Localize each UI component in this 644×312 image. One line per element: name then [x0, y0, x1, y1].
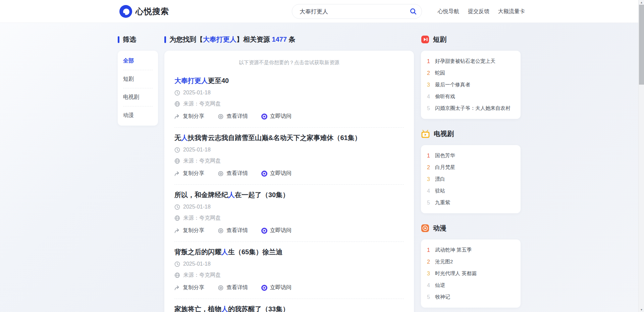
scrollbar-thumb[interactable] [639, 5, 644, 85]
title-accent-bar [118, 36, 119, 43]
keyword-highlight: 人 [221, 305, 228, 312]
scrollbar-down-arrow[interactable]: ▼ [639, 307, 644, 312]
ranking-item-label: 驻站 [435, 188, 445, 194]
ranking-item-label: 武动乾坤 第五季 [435, 247, 472, 253]
ranking-item[interactable]: 4驻站 [427, 185, 515, 197]
result-title[interactable]: 家族将亡，植物人的我苏醒了（33集） [174, 305, 404, 312]
copy-share-button[interactable]: 复制分享 [174, 227, 204, 234]
eye-icon [218, 114, 224, 119]
view-detail-button[interactable]: 查看详情 [218, 284, 248, 291]
title-text: 的我苏醒了（33集） [228, 305, 289, 312]
nav-link-feedback[interactable]: 提交反馈 [468, 8, 489, 15]
ranking-item-label: 好孕甜妻被钻石老公宠上天 [435, 58, 495, 64]
search-button[interactable] [410, 8, 417, 15]
ranking-item-label: 闪婚京圈太子爷：夫人她来自农村 [435, 105, 511, 112]
clock-icon [174, 147, 180, 153]
logo-text: 心悦搜索 [136, 6, 169, 17]
ranking-item[interactable]: 1好孕甜妻被钻石老公宠上天 [427, 55, 515, 67]
share-icon [174, 228, 180, 233]
ranking-item[interactable]: 5闪婚京圈太子爷：夫人她来自农村 [427, 102, 515, 114]
filter-item-all[interactable]: 全部 [123, 52, 153, 70]
rank-number: 1 [427, 153, 432, 159]
view-detail-button[interactable]: 查看详情 [218, 113, 248, 120]
copy-share-label: 复制分享 [183, 284, 204, 291]
scrollbar-up-arrow[interactable]: ▲ [639, 0, 644, 5]
ranking-item[interactable]: 2白月梵星 [427, 162, 515, 173]
ranking-item[interactable]: 2蛇园 [427, 67, 515, 79]
rank-number: 1 [427, 247, 432, 253]
rank-number: 2 [427, 259, 432, 265]
ranking-panel-header: 动漫 [421, 224, 521, 233]
result-title[interactable]: 所以，和金牌经纪人在一起了（30集） [174, 190, 404, 199]
ranking-item[interactable]: 3时光代理人 英都篇 [427, 268, 515, 279]
result-list: 大奉打更人更至40 2025-01-18 来源：夸克网盘 [174, 71, 404, 312]
visit-now-button[interactable]: 立即访问 [261, 113, 291, 120]
scrollbar: ▲ ▼ [638, 0, 644, 312]
nav-link-data-card[interactable]: 大额流量卡 [498, 8, 525, 15]
ranking-item[interactable]: 3最后一个修真者 [427, 79, 515, 91]
filter-item-anime[interactable]: 动漫 [123, 106, 153, 124]
visit-now-button[interactable]: 立即访问 [261, 284, 291, 291]
title-text: 更至40 [208, 77, 229, 84]
view-detail-button[interactable]: 查看详情 [218, 227, 248, 234]
result-date-row: 2025-01-18 [174, 204, 404, 210]
ranking-column: 短剧 1好孕甜妻被钻石老公宠上天2蛇园3最后一个修真者4偷听有戏5闪婚京圈太子爷… [421, 35, 521, 308]
share-icon [174, 114, 180, 119]
ranking-panel: 短剧 1好孕甜妻被钻石老公宠上天2蛇园3最后一个修真者4偷听有戏5闪婚京圈太子爷… [421, 35, 521, 119]
search-input[interactable] [300, 8, 410, 15]
ranking-card: 1国色芳华2白月梵星3漂白4驻站5九重紫 [421, 145, 521, 213]
ranking-card: 1武动乾坤 第五季2沧元图23时光代理人 英都篇4仙逆5牧神记 [421, 239, 521, 308]
ranking-item[interactable]: 1国色芳华 [427, 150, 515, 162]
logo[interactable]: 心悦搜索 [119, 5, 169, 18]
result-item: 无人扶我青云志我自踏雪至山巅&名动天下之家事难休（61集） 2025-01-18… [174, 127, 404, 184]
visit-now-button[interactable]: 立即访问 [261, 227, 291, 234]
result-date-row: 2025-01-18 [174, 147, 404, 153]
title-accent-bar [164, 36, 166, 43]
refresh-resources-link[interactable]: 以下资源不是你想要的？点击尝试获取新资源 [174, 59, 404, 66]
ranking-panel-title: 电视剧 [434, 129, 454, 138]
result-title[interactable]: 无人扶我青云志我自踏雪至山巅&名动天下之家事难休（61集） [174, 133, 404, 142]
ranking-item-label: 最后一个修真者 [435, 82, 470, 88]
globe-icon [174, 101, 180, 107]
ranking-item-label: 蛇园 [435, 70, 445, 76]
result-title[interactable]: 背叛之后的闪耀人生（65集）徐兰迪 [174, 248, 404, 256]
keyword-highlight: 人 [221, 248, 228, 256]
result-date: 2025-01-18 [183, 147, 211, 153]
share-icon [174, 171, 180, 176]
clock-icon [174, 204, 180, 210]
copy-share-button[interactable]: 复制分享 [174, 113, 204, 120]
filter-title: 筛选 [118, 35, 158, 44]
visit-icon [261, 228, 267, 234]
ranking-panel: 电视剧 1国色芳华2白月梵星3漂白4驻站5九重紫 [421, 129, 521, 213]
copy-share-label: 复制分享 [183, 170, 204, 177]
ranking-item[interactable]: 2沧元图2 [427, 256, 515, 268]
ranking-item[interactable]: 4仙逆 [427, 279, 515, 291]
nav-link-daohang[interactable]: 心悦导航 [438, 8, 459, 15]
copy-share-button[interactable]: 复制分享 [174, 170, 204, 177]
visit-now-label: 立即访问 [270, 113, 291, 120]
copy-share-button[interactable]: 复制分享 [174, 284, 204, 291]
result-date: 2025-01-18 [183, 204, 211, 210]
result-title[interactable]: 大奉打更人更至40 [174, 76, 404, 85]
view-detail-button[interactable]: 查看详情 [218, 170, 248, 177]
visit-icon [261, 114, 267, 120]
filter-item-tv-drama[interactable]: 电视剧 [123, 88, 153, 106]
view-detail-label: 查看详情 [226, 170, 248, 177]
globe-icon [174, 272, 180, 278]
visit-now-button[interactable]: 立即访问 [261, 170, 291, 177]
result-source: 来源：夸克网盘 [183, 158, 221, 165]
results-count: 1477 [272, 36, 287, 43]
ranking-item[interactable]: 4偷听有戏 [427, 91, 515, 102]
results-card: 以下资源不是你想要的？点击尝试获取新资源 大奉打更人更至40 2025-01-1… [164, 51, 414, 312]
result-source-row: 来源：夸克网盘 [174, 158, 404, 165]
result-source: 来源：夸克网盘 [183, 272, 221, 279]
copy-share-label: 复制分享 [183, 227, 204, 234]
results-section: 为您找到【大奉打更人】相关资源 1477 条 以下资源不是你想要的？点击尝试获取… [164, 35, 414, 312]
ranking-item[interactable]: 5九重紫 [427, 197, 515, 209]
ranking-item-label: 偷听有戏 [435, 93, 455, 100]
ranking-item[interactable]: 5牧神记 [427, 291, 515, 303]
ranking-item[interactable]: 1武动乾坤 第五季 [427, 244, 515, 256]
ranking-item-label: 时光代理人 英都篇 [435, 270, 477, 277]
filter-item-short-drama[interactable]: 短剧 [123, 70, 153, 88]
ranking-item[interactable]: 3漂白 [427, 173, 515, 185]
